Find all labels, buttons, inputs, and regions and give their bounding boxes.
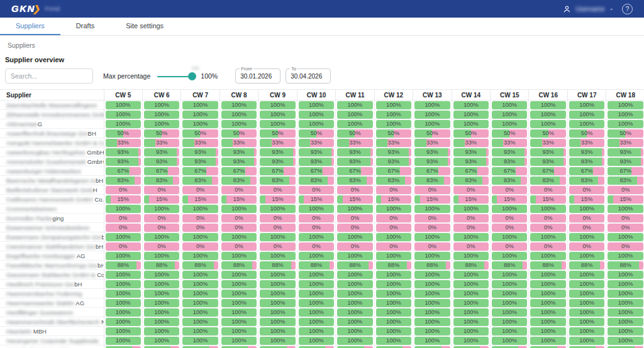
percentage-pill: 100% <box>182 252 218 260</box>
percentage-cell: 100% <box>336 298 374 308</box>
percentage-pill: 15% <box>221 195 257 204</box>
percentage-cell: 100% <box>413 280 452 289</box>
percentage-pill: 100% <box>337 308 372 317</box>
to-date-input[interactable] <box>286 73 330 80</box>
breadcrumb[interactable]: Suppliers <box>8 41 644 49</box>
tab-bar: Suppliers Drafts Site settings <box>0 18 644 36</box>
percentage-cell: 100% <box>104 251 142 261</box>
percentage-pill: 33% <box>182 139 218 147</box>
percentage-cell: 93% <box>374 157 413 166</box>
percentage-cell: 100% <box>142 119 180 129</box>
percentage-pill: 15% <box>608 195 643 204</box>
percentage-cell: 0% <box>336 185 374 195</box>
percentage-cell: 100% <box>491 280 529 289</box>
percentage-pill: 50% <box>414 129 450 138</box>
percentage-cell: 67% <box>258 166 297 176</box>
percentage-pill: 100% <box>182 205 218 213</box>
percentage-pill: 100% <box>414 101 450 109</box>
percentage-pill: 100% <box>453 233 489 241</box>
supplier-name-redacted: Ewwermann Zerspanungstechn Gm <box>6 234 102 241</box>
percentage-cell: 93% <box>491 148 529 157</box>
percentage-pill: 100% <box>106 290 141 298</box>
percentage-pill: 83% <box>530 177 565 185</box>
percentage-cell: 100% <box>104 336 142 345</box>
percentage-pill: 100% <box>569 327 604 335</box>
tab-drafts[interactable]: Drafts <box>60 18 110 35</box>
percentage-cell: 0% <box>374 242 413 251</box>
percentage-cell: 15% <box>606 195 644 204</box>
supplier-name-redacted: Hwertelm <box>6 328 33 335</box>
help-button[interactable]: ? <box>622 4 633 14</box>
percentage-cell: 0% <box>142 242 180 251</box>
percentage-pill: 100% <box>260 101 295 109</box>
tab-site-settings[interactable]: Site settings <box>110 18 179 35</box>
percentage-pill: 88% <box>492 261 527 269</box>
supplier-name-suffix: Co.KG <box>97 271 104 278</box>
percentage-pill: 15% <box>182 195 218 204</box>
percentage-cell: 100% <box>181 119 219 129</box>
percentage-pill: 0% <box>144 242 179 251</box>
percentage-pill: 33% <box>530 139 565 147</box>
percentage-cell: 83% <box>567 176 606 185</box>
percentage-cell: 100% <box>529 270 567 280</box>
percentage-pill: 0% <box>414 242 450 251</box>
percentage-cell: 0% <box>606 185 644 195</box>
slider-thumb[interactable] <box>188 72 196 80</box>
percentage-pill: 100% <box>569 299 604 307</box>
percentage-pill: 100% <box>299 308 334 317</box>
percentage-cell: 100% <box>142 289 180 298</box>
gkn-logo[interactable]: GKN❯ Portal <box>11 3 60 14</box>
percentage-pill: 100% <box>376 290 411 298</box>
from-date-input[interactable] <box>236 73 280 80</box>
percentage-cell: 100% <box>374 317 413 327</box>
percentage-pill: 100% <box>260 233 295 241</box>
supplier-name-cell: Crommertsheimerc <box>0 204 104 214</box>
percentage-cell: 0% <box>219 242 258 251</box>
percentage-cell: 100% <box>374 119 413 129</box>
percentage-pill: 33% <box>299 139 334 147</box>
max-percentage-slider[interactable]: 100 <box>157 72 195 80</box>
percentage-cell: 100% <box>606 270 644 280</box>
percentage-cell: 0% <box>606 214 644 223</box>
percentage-pill: 100% <box>299 111 334 119</box>
percentage-pill: 100% <box>453 337 489 345</box>
percentage-cell: 0% <box>219 185 258 195</box>
percentage-cell: 100% <box>567 298 606 308</box>
table-row: Avwerfftechnik Braunwegs GmBH50%50%50%50… <box>0 129 644 138</box>
search-input[interactable] <box>5 68 93 84</box>
percentage-cell: 93% <box>413 157 452 166</box>
percentage-pill: 100% <box>492 327 527 335</box>
percentage-cell: 33% <box>181 138 219 148</box>
percentage-pill: 67% <box>299 167 334 175</box>
supplier-name-cell: Hwoergener Corporate Suppliesda <box>0 336 104 345</box>
percentage-cell: 100% <box>336 270 374 280</box>
percentage-pill: 100% <box>376 337 411 345</box>
supplier-name-redacted: Hwammerschmidt Oberflächentech <box>6 318 101 325</box>
percentage-pill: 100% <box>608 308 643 317</box>
help-icon: ? <box>626 6 630 13</box>
percentage-pill: 0% <box>221 186 257 194</box>
percentage-cell: 100% <box>258 101 297 110</box>
percentage-pill: 100% <box>299 271 334 279</box>
percentage-pill: 50% <box>182 129 218 138</box>
percentage-pill: 100% <box>144 290 179 298</box>
percentage-cell: 100% <box>374 101 413 110</box>
percentage-cell: 100% <box>529 110 567 119</box>
percentage-cell: 100% <box>142 280 180 289</box>
percentage-cell: 0% <box>606 223 644 232</box>
from-date-field[interactable]: From <box>235 68 280 84</box>
percentage-pill: 100% <box>376 271 411 279</box>
percentage-cell: 83% <box>452 176 490 185</box>
tab-suppliers[interactable]: Suppliers <box>0 18 60 35</box>
percentage-cell: 88% <box>529 261 567 270</box>
percentage-pill: 100% <box>453 299 489 307</box>
percentage-pill: 93% <box>299 158 334 166</box>
percentage-cell: 100% <box>606 317 644 327</box>
user-menu[interactable]: Username ⌄ ? <box>563 4 633 14</box>
percentage-pill: 100% <box>414 111 450 119</box>
to-date-field[interactable]: To <box>286 68 331 84</box>
percentage-cell: 93% <box>142 157 180 166</box>
percentage-pill: 93% <box>492 158 527 166</box>
percentage-cell: 0% <box>491 223 529 232</box>
percentage-pill: 100% <box>106 120 141 128</box>
